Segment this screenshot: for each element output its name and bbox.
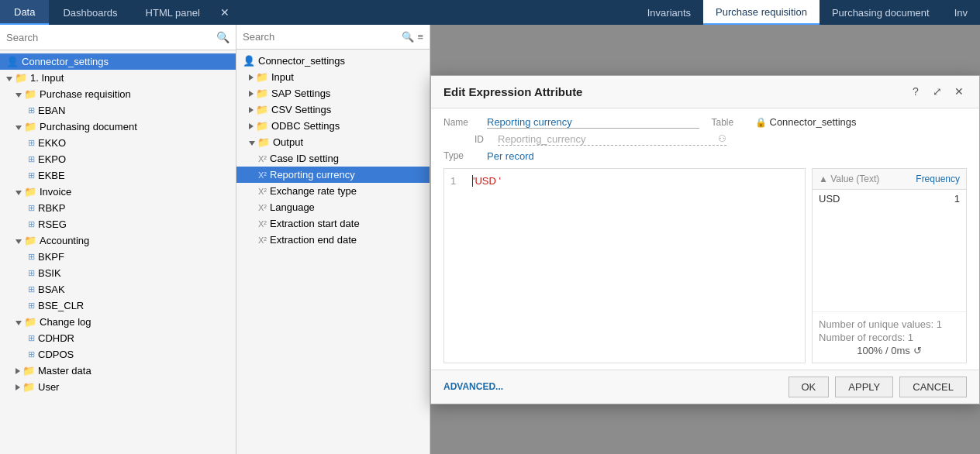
refresh-icon[interactable]: ↺ (913, 345, 922, 356)
left-tree-eban[interactable]: ⊞ EBAN (0, 102, 236, 119)
expression-icon-case-id: X² (258, 154, 267, 163)
close-icon[interactable]: ✕ (951, 85, 967, 98)
name-input[interactable] (487, 116, 699, 128)
value-panel: ▲ Value (Text) Frequency USD 1 Number of… (812, 168, 967, 363)
modal-header: Edit Expression Attribute ? ⤢ ✕ (431, 76, 979, 108)
tab-purchasing-document[interactable]: Purchasing document (820, 0, 942, 25)
second-tree-extraction-start[interactable]: X² Extraction start date (236, 215, 430, 232)
left-tree-input[interactable]: 📁 1. Input (0, 70, 236, 86)
type-label: Type (443, 150, 474, 161)
tab-purchase-requisition[interactable]: Purchase requisition (703, 0, 820, 25)
table-icon-cdhdr: ⊞ (28, 333, 35, 343)
modal-title: Edit Expression Attribute (443, 85, 908, 98)
expression-icon-exchange-rate: X² (258, 187, 267, 196)
left-tree-purchase-req[interactable]: 📁 Purchase requisition (0, 86, 236, 102)
table-icon-ekbe: ⊞ (28, 170, 35, 181)
left-search-input[interactable] (6, 32, 216, 43)
folder-icon-csv: 📁 (256, 104, 268, 115)
left-tree-rseg[interactable]: ⊞ RSEG (0, 216, 236, 232)
second-tree-exchange-rate[interactable]: X² Exchange rate type (236, 183, 430, 199)
folder-icon-odbc: 📁 (256, 120, 268, 132)
left-tree-ekpo[interactable]: ⊞ EKPO (0, 151, 236, 167)
expression-icon-language: X² (258, 203, 267, 212)
right-tabs: Invariants Purchase requisition Purchasi… (635, 0, 980, 25)
name-label: Name (443, 117, 474, 128)
left-tree-rbkp[interactable]: ⊞ RBKP (0, 200, 236, 216)
value-row-usd: USD 1 (813, 190, 966, 208)
arrow-purchasing-doc (16, 121, 22, 132)
left-tree-bkpf[interactable]: ⊞ BKPF (0, 249, 236, 265)
left-tree-accounting[interactable]: 📁 Accounting (0, 232, 236, 249)
second-tree-reporting-currency[interactable]: X² Reporting currency (236, 167, 430, 183)
folder-icon-purchase-req: 📁 (24, 88, 36, 100)
second-search-bar: 🔍 ≡ (236, 25, 430, 50)
freq-col-label[interactable]: Frequency (916, 174, 960, 184)
left-tree-cdpos[interactable]: ⊞ CDPOS (0, 346, 236, 363)
left-tree-master-data[interactable]: 📁 Master data (0, 363, 236, 379)
folder-icon-output: 📁 (257, 136, 270, 148)
expand-icon[interactable]: ⤢ (930, 85, 945, 98)
code-editor[interactable]: 1 'USD ' (443, 168, 806, 363)
modal-body: 1 'USD ' ▲ Value (Text) Frequency USD (431, 168, 979, 370)
advanced-button[interactable]: ADVANCED... (443, 381, 782, 392)
table-field: 🔒 Connector_settings (755, 116, 968, 128)
tab-close-icon[interactable]: ✕ (214, 6, 236, 19)
left-tree-ekko[interactable]: ⊞ EKKO (0, 135, 236, 151)
left-tree-bsak[interactable]: ⊞ BSAK (0, 281, 236, 298)
left-search-bar: 🔍 (0, 25, 236, 50)
second-tree-input[interactable]: 📁 Input (236, 69, 430, 85)
second-tree-connector[interactable]: 👤 Connector_settings (236, 53, 430, 69)
table-icon-rseg: ⊞ (28, 219, 35, 229)
folder-icon-accounting: 📁 (24, 235, 36, 246)
left-tree-bse-clr[interactable]: ⊞ BSE_CLR (0, 298, 236, 314)
arrow-sap (249, 88, 254, 99)
left-tree-change-log[interactable]: 📁 Change log (0, 314, 236, 330)
cancel-button[interactable]: CANCEL (899, 377, 967, 397)
second-tree-output[interactable]: 📁 Output (236, 134, 430, 150)
code-content[interactable]: 'USD ' (472, 175, 799, 356)
second-tree-extraction-end[interactable]: X² Extraction end date (236, 232, 430, 248)
arrow-accounting (16, 235, 22, 246)
id-input[interactable] (498, 133, 715, 145)
left-tree-connector-settings[interactable]: 👤 Connector_settings (0, 53, 236, 70)
value-count-usd: 1 (954, 193, 960, 205)
value-text-usd: USD (819, 193, 954, 205)
left-tree: 👤 Connector_settings 📁 1. Input 📁 Purcha… (0, 50, 236, 454)
left-tree-bsik[interactable]: ⊞ BSIK (0, 265, 236, 281)
left-sidebar: 🔍 👤 Connector_settings 📁 1. Input 📁 Purc… (0, 25, 236, 454)
left-tree-purchasing-doc[interactable]: 📁 Purchasing document (0, 119, 236, 135)
folder-icon-sap: 📁 (256, 88, 268, 99)
second-tree-case-id[interactable]: X² Case ID setting (236, 150, 430, 167)
tab-dashboards[interactable]: Dashboards (49, 0, 131, 25)
value-spacer (813, 208, 966, 311)
left-tree-ekbe[interactable]: ⊞ EKBE (0, 167, 236, 184)
connector-icon: 👤 (6, 56, 19, 67)
left-tree-cdhdr[interactable]: ⊞ CDHDR (0, 330, 236, 346)
arrow-invoice (16, 186, 22, 198)
left-search-icon: 🔍 (216, 31, 229, 43)
table-label: Table (712, 117, 743, 128)
tab-invariants[interactable]: Invariants (635, 0, 703, 25)
tab-html-panel[interactable]: HTML panel (132, 0, 214, 25)
arrow-odbc (249, 120, 254, 132)
apply-button[interactable]: APPLY (835, 377, 893, 397)
second-search-input[interactable] (243, 31, 399, 43)
table-icon-bkpf: ⊞ (28, 252, 35, 262)
second-tree-odbc[interactable]: 📁 ODBC Settings (236, 118, 430, 134)
records-label: Number of records: 1 (819, 332, 960, 343)
second-tree-sap[interactable]: 📁 SAP Settings (236, 85, 430, 101)
second-tree-csv[interactable]: 📁 CSV Settings (236, 101, 430, 118)
tab-data[interactable]: Data (0, 0, 49, 25)
second-filter-icon[interactable]: ≡ (417, 31, 423, 43)
arrow-input (6, 72, 12, 84)
help-icon[interactable]: ? (908, 85, 923, 98)
link-icon[interactable]: ⚇ (718, 133, 726, 144)
folder-icon-input-2: 📁 (256, 71, 268, 83)
left-tree-invoice[interactable]: 📁 Invoice (0, 184, 236, 200)
table-icon-eban: ⊞ (28, 105, 35, 115)
ok-button[interactable]: OK (788, 377, 830, 397)
table-icon-ekko: ⊞ (28, 138, 35, 148)
tab-inv[interactable]: Inv (942, 0, 980, 25)
second-tree-language[interactable]: X² Language (236, 199, 430, 215)
left-tree-user[interactable]: 📁 User (0, 379, 236, 395)
